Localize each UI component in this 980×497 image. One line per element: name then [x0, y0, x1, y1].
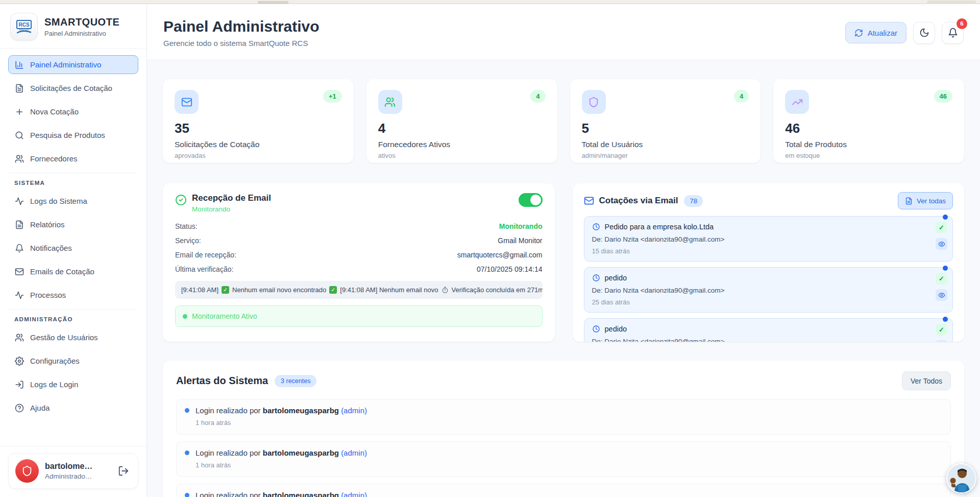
notifications-button[interactable]: 6 — [942, 22, 964, 44]
email-reception-header: Recepção de Email Monitorando — [175, 193, 543, 213]
moon-icon — [919, 28, 929, 38]
view-quote-button[interactable] — [936, 340, 947, 342]
stat-badge: 4 — [734, 90, 749, 103]
quote-actions: ✓ — [936, 273, 947, 301]
log-out-icon — [118, 465, 129, 477]
app-window: RCS ANGOLA SMARTQUOTE Painel Administrat… — [0, 0, 980, 497]
stat-card-fornecedores[interactable]: 4 4 Fornecedores Ativos ativos — [366, 79, 557, 163]
sidebar-item-label: Relatórios — [30, 220, 65, 229]
sidebar-item-logs-sistema[interactable]: Logs do Sistema — [8, 192, 138, 210]
alerts-recent-badge: 3 recentes — [275, 375, 316, 387]
detail-label: Serviço: — [175, 236, 201, 245]
page-title: Painel Administrativo — [163, 18, 320, 35]
stat-value: 4 — [378, 121, 546, 136]
browser-chrome-fragment — [258, 1, 288, 4]
browser-chrome-strip — [0, 0, 980, 4]
stat-top: 4 — [378, 90, 546, 114]
quote-from: De: Dario Nzita <darionzita90@gmail.com> — [592, 287, 926, 294]
stopwatch-icon — [442, 287, 449, 294]
quote-list-item[interactable]: Pedido para a empresa kolo.Ltda De: Dari… — [584, 216, 953, 262]
sidebar-item-label: Gestão de Usuários — [30, 333, 98, 342]
alert-prefix: Login realizado por — [195, 491, 261, 497]
quote-list-item[interactable]: pedido De: Dario Nzita <darionzita90@gma… — [584, 318, 953, 342]
view-quote-button[interactable] — [936, 238, 947, 250]
sidebar-item-ajuda[interactable]: Ajuda — [8, 398, 138, 417]
alert-username: bartolomeugasparbg — [263, 406, 339, 415]
quote-from: De: Dario Nzita <darionzita90@gmail.com> — [592, 235, 926, 243]
approve-quote-button[interactable]: ✓ — [936, 222, 947, 233]
alert-role: (admin) — [341, 406, 367, 415]
email-reception-details: Status: Monitorando Serviço: Gmail Monit… — [175, 219, 543, 276]
unread-dot — [943, 266, 948, 271]
alert-line: Login realizado por bartolomeugasparbg (… — [185, 491, 942, 497]
approve-quote-button[interactable]: ✓ — [936, 273, 947, 285]
stat-card-usuarios[interactable]: 4 5 Total de Usuários admin/manager — [570, 79, 761, 163]
panel-title: Cotações via Email — [599, 196, 678, 206]
logout-button[interactable] — [118, 464, 131, 478]
approve-quote-button[interactable]: ✓ — [936, 324, 947, 336]
monitoring-toggle[interactable] — [519, 193, 543, 207]
alerts-title: Alertas do Sistema — [176, 375, 268, 387]
users-icon — [15, 333, 24, 342]
sidebar-item-label: Nova Cotação — [30, 107, 79, 116]
assistant-avatar[interactable] — [946, 463, 976, 493]
brand-tagline: Painel Administrativo — [44, 30, 119, 37]
gear-icon — [15, 357, 24, 366]
mail-icon-chip — [175, 90, 199, 114]
search-icon — [15, 131, 24, 140]
eye-icon — [938, 292, 945, 299]
detail-value: Gmail Monitor — [498, 236, 542, 245]
sidebar-item-relatorios[interactable]: Relatórios — [8, 215, 138, 234]
quote-time: 25 dias atrás — [592, 298, 926, 306]
alert-row[interactable]: Login realizado por bartolomeugasparbg (… — [176, 399, 951, 435]
sidebar-item-pesquisa-produtos[interactable]: Pesquisa de Produtos — [8, 126, 138, 145]
sidebar-item-processos[interactable]: Processos — [8, 286, 138, 304]
sidebar-item-fornecedores[interactable]: Fornecedores — [8, 149, 138, 168]
quote-subject: pedido — [605, 325, 627, 333]
stat-value: 46 — [785, 121, 952, 136]
sidebar-item-configuracoes[interactable]: Configurações — [8, 351, 138, 370]
trending-up-icon — [792, 97, 803, 108]
quote-list-item[interactable]: pedido De: Dario Nzita <darionzita90@gma… — [584, 267, 953, 313]
quote-time: 15 dias atrás — [592, 247, 926, 255]
sidebar-item-emails-cotacao[interactable]: Emails de Cotação — [8, 262, 138, 281]
sidebar-item-logs-login[interactable]: Logs de Login — [8, 375, 138, 394]
shield-icon — [21, 465, 33, 477]
sidebar-item-solicitacoes-cotacao[interactable]: Solicitações de Cotação — [8, 79, 138, 98]
sidebar-item-label: Logs de Login — [30, 380, 78, 389]
email-quotes-header: Cotações via Email 78 Ver todas — [584, 192, 953, 209]
activity-icon — [15, 197, 24, 206]
view-all-quotes-button[interactable]: Ver todas — [898, 192, 953, 209]
stat-sublabel: aprovadas — [175, 152, 342, 159]
detail-row-verificacao: Última verificação: 07/10/2025 09:14:14 — [175, 262, 543, 276]
detail-value: Monitorando — [499, 222, 543, 230]
stat-card-produtos[interactable]: 46 46 Total de Produtos em estoque — [773, 79, 964, 163]
user-name: bartolome… — [45, 462, 112, 471]
detail-row-servico: Serviço: Gmail Monitor — [175, 233, 543, 248]
email-reception-titles: Recepção de Email Monitorando — [192, 193, 271, 213]
view-quote-button[interactable] — [936, 289, 947, 301]
sidebar-item-notificacoes[interactable]: Notificações — [8, 239, 138, 257]
alert-line: Login realizado por bartolomeugasparbg (… — [185, 448, 942, 457]
email-reception-panel: Recepção de Email Monitorando Status: Mo… — [163, 183, 555, 342]
view-all-label: Ver todas — [917, 197, 946, 205]
users-icon — [384, 97, 396, 108]
dark-mode-button[interactable] — [913, 22, 935, 44]
alert-row[interactable]: Login realizado por bartolomeugasparbg (… — [176, 484, 951, 497]
alert-row[interactable]: Login realizado por bartolomeugasparbg (… — [176, 441, 951, 477]
green-status-dot — [183, 314, 187, 319]
view-all-alerts-button[interactable]: Ver Todos — [902, 371, 951, 390]
sidebar-item-nova-cotacao[interactable]: Nova Cotação — [8, 102, 138, 121]
stats-grid: +1 35 Solicitações de Cotação aprovadas … — [163, 79, 964, 163]
stat-card-solicitacoes[interactable]: +1 35 Solicitações de Cotação aprovadas — [163, 79, 354, 163]
shield-icon — [588, 97, 599, 108]
alerts-header: Alertas do Sistema 3 recentes Ver Todos — [176, 371, 951, 390]
sidebar-item-label: Emails de Cotação — [30, 267, 94, 276]
sidebar-item-label: Painel Administrativo — [30, 60, 101, 69]
user-card[interactable]: bartolome… Administrado… — [8, 453, 138, 489]
detail-value: 07/10/2025 09:14:14 — [477, 265, 542, 273]
clock-icon — [592, 274, 600, 282]
refresh-button[interactable]: Atualizar — [845, 22, 906, 43]
sidebar-item-painel-administrativo[interactable]: Painel Administrativo — [8, 55, 138, 74]
sidebar-item-gestao-usuarios[interactable]: Gestão de Usuários — [8, 328, 138, 347]
